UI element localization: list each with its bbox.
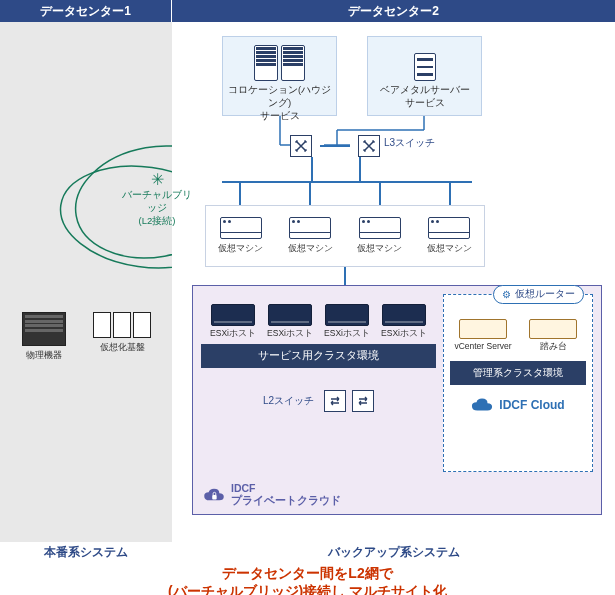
footer-production: 本番系システム [0, 542, 172, 562]
vm: 仮想マシン [280, 217, 340, 255]
datacenter-2-column: コロケーション(ハウジング) サービス ベアメタルサーバー サービス L3スイッ… [172, 22, 615, 542]
header-dc2: データセンター2 [172, 0, 615, 22]
l3-label: L3スイッチ [384, 136, 435, 150]
esxi-host: ESXiホスト [321, 304, 373, 340]
cloud-icon [471, 397, 493, 413]
l3-switch-icon [290, 135, 312, 157]
baremetal-service: ベアメタルサーバー サービス [367, 36, 482, 116]
footer-backup: バックアップ系システム [172, 542, 615, 562]
idcf-cloud-logo: IDCF Cloud [444, 397, 592, 413]
esxi-host-icon [211, 304, 255, 326]
vcenter-server: vCenter Server [452, 319, 514, 353]
service-cluster-label: サービス用クラスタ環境 [201, 344, 436, 368]
virtual-router-badge: ⚙仮想ルーター [493, 285, 584, 304]
esxi-host-icon [268, 304, 312, 326]
server-icon [529, 319, 577, 339]
l2-switches: L2スイッチ [201, 390, 436, 412]
mgmt-cluster-label: 管理系クラスタ環境 [450, 361, 586, 385]
vm: 仮想マシン [419, 217, 479, 255]
vm: 仮想マシン [350, 217, 410, 255]
bridge-icon: ✳ [151, 171, 164, 188]
esxi-host: ESXiホスト [207, 304, 259, 340]
esxi-host-icon [325, 304, 369, 326]
vm-icon [289, 217, 331, 239]
esxi-host: ESXiホスト [378, 304, 430, 340]
virtual-bridge-label: ✳ バーチャルブリッジ (L2接続) [122, 170, 192, 228]
virt-platform-icon [93, 312, 151, 338]
vm: 仮想マシン [211, 217, 271, 255]
rack-icon [281, 45, 305, 81]
service-cluster: ESXiホスト ESXiホスト ESXiホスト ESXiホスト サービス用クラス… [201, 304, 436, 412]
l3-switches [290, 134, 380, 158]
physical-server-icon [22, 312, 66, 346]
vm-icon [359, 217, 401, 239]
rack-icon [254, 45, 278, 81]
svg-rect-24 [212, 495, 216, 499]
private-cloud-logo: IDCF プライベートクラウド [203, 482, 341, 508]
cloud-lock-icon [203, 487, 225, 503]
esxi-host: ESXiホスト [264, 304, 316, 340]
colocation-service: コロケーション(ハウジング) サービス [222, 36, 337, 116]
caption: データセンター間をL2網で (バーチャルブリッジ)接続し マルチサイト化 [0, 564, 615, 595]
l3-switch-icon [358, 135, 380, 157]
vm-grid: 仮想マシン 仮想マシン 仮想マシン 仮想マシン [205, 205, 485, 267]
datacenter-1-column: ✳ バーチャルブリッジ (L2接続) 物理機器 仮想化基盤 [0, 22, 172, 542]
vm-icon [220, 217, 262, 239]
jump-server: 踏み台 [522, 319, 584, 353]
l2-switch-icon [324, 390, 346, 412]
header-dc1: データセンター1 [0, 0, 172, 22]
esxi-host-icon [382, 304, 426, 326]
l2-switch-icon [352, 390, 374, 412]
router-icon: ⚙ [502, 289, 511, 300]
server-icon [414, 53, 436, 81]
virtualization-platform: 仮想化基盤 [88, 312, 156, 362]
management-cluster: ⚙仮想ルーター vCenter Server 踏み台 管理系クラスタ環境 IDC… [443, 294, 593, 472]
vm-icon [428, 217, 470, 239]
l2-label: L2スイッチ [263, 394, 314, 408]
server-icon [459, 319, 507, 339]
private-cloud: ESXiホスト ESXiホスト ESXiホスト ESXiホスト サービス用クラス… [192, 285, 602, 515]
physical-equipment: 物理機器 [10, 312, 78, 362]
